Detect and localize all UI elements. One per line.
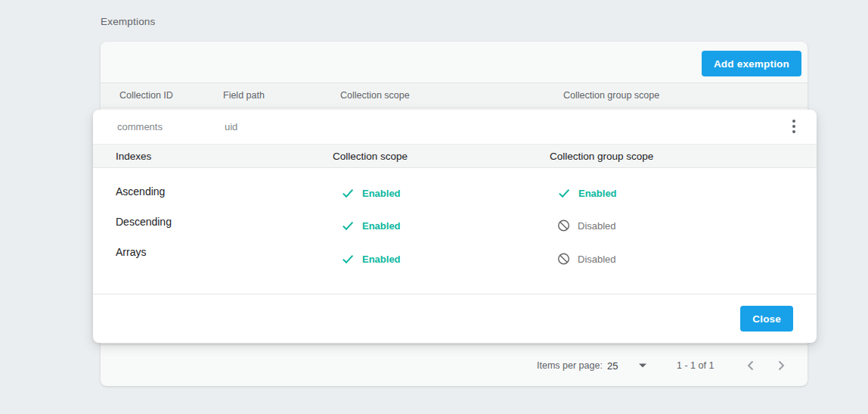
check-icon: [341, 219, 355, 232]
dialog-header-indexes: Indexes: [116, 145, 151, 168]
dropdown-caret-icon[interactable]: [639, 364, 646, 368]
previous-page-button[interactable]: [742, 356, 760, 375]
block-icon: [557, 253, 570, 266]
table-header-row: Collection ID Field path Collection scop…: [101, 83, 808, 108]
column-header-field-path: Field path: [223, 83, 265, 108]
column-header-collection-scope: Collection scope: [340, 83, 410, 108]
check-icon: [341, 252, 355, 266]
collection-scope-status: Enabled: [341, 252, 401, 266]
dialog-header-row: Indexes Collection scope Collection grou…: [93, 144, 817, 168]
index-row: Arrays Enabled Disabled: [93, 237, 817, 267]
more-vert-icon[interactable]: [785, 117, 803, 135]
index-row: Ascending Enabled Enabled: [93, 176, 817, 207]
check-icon: [341, 186, 355, 200]
index-row-label: Ascending: [116, 185, 165, 198]
exemptions-page: Exemptions Add exemption Collection ID F…: [0, 0, 868, 414]
index-row-label: Descending: [116, 216, 172, 228]
exemption-row: comments uid: [93, 110, 817, 144]
add-exemption-button[interactable]: Add exemption: [702, 51, 801, 76]
items-per-page-value[interactable]: 25: [607, 360, 618, 372]
dialog-body: Ascending Enabled Enabled Descending Ena…: [93, 169, 817, 267]
collection-scope-status: Enabled: [341, 219, 401, 232]
chevron-right-icon: [772, 356, 790, 375]
card-toolbar: Add exemption: [101, 42, 808, 83]
index-row-label: Arrays: [116, 246, 146, 258]
exemption-field-path: uid: [225, 110, 237, 144]
collection-group-scope-status: Enabled: [557, 186, 617, 200]
pagination-range: 1 - 1 of 1: [677, 360, 714, 371]
check-icon: [557, 186, 571, 200]
block-icon: [557, 219, 570, 232]
dialog-footer: Close: [93, 294, 817, 343]
collection-group-scope-status: Disabled: [557, 253, 616, 266]
collection-group-scope-status: Disabled: [557, 219, 616, 232]
column-header-collection-group-scope: Collection group scope: [563, 83, 659, 108]
collection-scope-status: Enabled: [341, 186, 401, 200]
page-title: Exemptions: [101, 16, 156, 27]
dialog-header-collection-scope: Collection scope: [333, 145, 408, 168]
exemption-details-dialog: comments uid Indexes Collection scope Co…: [93, 110, 817, 343]
index-row: Descending Enabled Disabled: [93, 207, 817, 237]
paginator: Items per page: 25 1 - 1 of 1: [101, 344, 808, 386]
exemption-collection-id: comments: [117, 110, 163, 144]
column-header-collection-id: Collection ID: [119, 83, 173, 108]
chevron-left-icon: [742, 356, 760, 375]
close-button[interactable]: Close: [740, 306, 793, 332]
next-page-button[interactable]: [772, 356, 790, 375]
dialog-header-collection-group-scope: Collection group scope: [550, 145, 653, 168]
items-per-page-label: Items per page:: [537, 360, 603, 371]
